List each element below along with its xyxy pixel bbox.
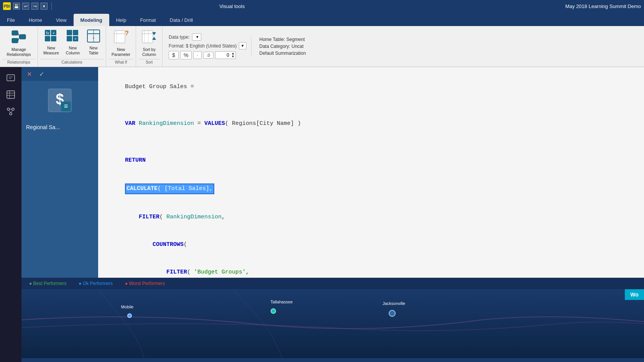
new-measure-label: NewMeasure <box>43 46 59 55</box>
formula-icon: $ ≡ <box>21 81 98 124</box>
svg-rect-30 <box>7 75 15 81</box>
format-buttons-row: $ % · .0 ▲ ▼ <box>169 51 246 59</box>
worst-performers-tab[interactable]: ● Worst Performers <box>125 281 165 286</box>
percent-button[interactable]: % <box>180 51 192 59</box>
filter1-indent <box>125 214 139 220</box>
svg-rect-0 <box>12 31 18 35</box>
svg-text:+: + <box>92 36 95 40</box>
relationships-content: Manage Relationships <box>2 28 35 58</box>
code-text: Budget Group Sales = <box>125 84 194 90</box>
svg-rect-33 <box>7 91 15 98</box>
svg-line-4 <box>18 37 20 41</box>
tab-file[interactable]: File <box>0 14 22 26</box>
home-table-label: Home Table: Segment <box>259 37 306 42</box>
var-name: RankingDimension <box>139 120 194 127</box>
save-button[interactable]: 💾 <box>13 3 20 10</box>
svg-rect-7 <box>45 36 50 41</box>
nav-report-button[interactable] <box>3 70 18 85</box>
values-fn: VALUES <box>204 120 225 127</box>
calculate-highlighted: CALCULATE( [Total Sales], <box>125 183 214 194</box>
manage-relationships-label: Manage Relationships <box>5 47 32 57</box>
undo-button[interactable]: ↩ <box>22 3 29 10</box>
svg-line-3 <box>18 33 20 37</box>
tallahassee-dot <box>271 308 276 314</box>
formula-check-button[interactable]: ✓ <box>37 69 46 79</box>
new-parameter-icon: ? <box>113 29 129 46</box>
data-type-row: Data type: ▾ <box>169 33 246 41</box>
properties-section: Home Table: Segment Data Category: Uncat… <box>251 37 306 56</box>
city-jacksonville: Jacksonville <box>383 301 405 306</box>
ok-performers-tab[interactable]: ● Ok Performers <box>79 281 113 286</box>
format-label: Format: $ English (United States) <box>169 43 237 49</box>
svg-rect-8 <box>51 36 56 41</box>
svg-point-38 <box>12 108 14 110</box>
tab-modeling[interactable]: Modeling <box>74 14 109 26</box>
calculations-group-label: Calculations <box>40 59 104 65</box>
countrows-fn: COUNTROWS <box>153 241 184 248</box>
dropdown-button[interactable]: ▾ <box>41 3 48 10</box>
comma-button[interactable]: · <box>193 51 201 59</box>
format-chevron: ▾ <box>242 43 244 48</box>
nav-table-button[interactable] <box>3 87 18 102</box>
data-type-dropdown[interactable]: ▾ <box>192 33 201 41</box>
tab-home[interactable]: Home <box>22 14 49 26</box>
currency-button[interactable]: $ <box>169 51 179 59</box>
format-dropdown[interactable]: ▾ <box>239 42 246 49</box>
formula-close-button[interactable]: ✕ <box>25 69 34 79</box>
code-line-countrows: COUNTROWS( <box>104 231 638 259</box>
title-bar-icons: PBI 💾 ↩ ↪ ▾ <box>3 2 53 10</box>
filter1-fn: FILTER <box>139 214 159 220</box>
redo-button[interactable]: ↪ <box>31 3 38 10</box>
data-category-label: Data Category: Uncat <box>259 44 306 49</box>
app-icon: PBI <box>3 2 11 10</box>
new-column-icon: + <box>66 29 80 45</box>
default-summarization-label: Default Summarization <box>259 51 306 56</box>
filter2-open: ( <box>187 269 194 275</box>
new-table-icon: + <box>87 29 100 45</box>
whatif-group-label: What If <box>108 59 133 65</box>
formula-title: Regional Sa... <box>21 124 98 135</box>
filter2-table: 'Budget Groups' <box>194 269 246 275</box>
tab-help[interactable]: Help <box>109 14 133 26</box>
new-measure-button[interactable]: fx + NewMeasure <box>40 28 62 57</box>
calculate-args: ( [Total Sales], <box>158 185 213 192</box>
manage-relationships-button[interactable]: Manage Relationships <box>2 28 35 58</box>
city-mobile: Mobile <box>121 305 133 309</box>
sort-by-column-button[interactable]: Sort byColumn <box>138 28 160 58</box>
filter1-dim: RankingDimension <box>166 214 222 220</box>
new-table-button[interactable]: + NewTable <box>84 28 104 57</box>
format-value-input[interactable] <box>215 52 231 59</box>
svg-line-41 <box>9 110 11 113</box>
new-column-button[interactable]: + NewColumn <box>63 28 83 57</box>
ribbon-group-sort: Sort byColumn Sort <box>136 26 163 67</box>
svg-rect-11 <box>67 30 72 35</box>
new-measure-icon: fx + <box>44 29 58 45</box>
calculations-content: fx + NewMeasure + NewColumn <box>40 28 104 58</box>
new-parameter-button[interactable]: ? NewParameter <box>108 28 133 58</box>
whatif-content: ? NewParameter <box>108 28 133 58</box>
ribbon-group-calculations: fx + NewMeasure + NewColumn <box>38 26 106 67</box>
decrement-button[interactable]: ▼ <box>232 55 235 58</box>
formatting-section: Data type: ▾ Format: $ English (United S… <box>163 26 644 67</box>
nav-model-button[interactable] <box>3 104 18 119</box>
tab-data-drill[interactable]: Data / Drill <box>163 14 200 26</box>
tab-view[interactable]: View <box>49 14 74 26</box>
filter1-open: ( <box>159 214 166 220</box>
return-keyword: RETURN <box>125 157 146 164</box>
format-row: Format: $ English (United States) ▾ <box>169 42 246 49</box>
code-line-calculate: CALCULATE( [Total Sales], <box>104 174 638 203</box>
tab-format[interactable]: Format <box>133 14 163 26</box>
sort-by-column-icon <box>141 29 157 46</box>
data-type-chevron: ▾ <box>196 34 199 39</box>
code-line-1: Budget Group Sales = <box>104 73 638 101</box>
new-parameter-label: NewParameter <box>112 47 130 57</box>
code-line-blank1 <box>104 101 638 110</box>
best-performers-tab[interactable]: ● Best Performers <box>29 281 66 286</box>
title-bar: PBI 💾 ↩ ↪ ▾ Visual tools May 2018 Learni… <box>0 0 644 12</box>
svg-rect-2 <box>20 34 26 39</box>
map-svg <box>21 289 644 358</box>
formula-header: ✕ ✓ <box>21 67 98 81</box>
svg-point-37 <box>7 108 10 110</box>
decimal-button[interactable]: .0 <box>203 52 214 59</box>
svg-text:?: ? <box>125 30 129 36</box>
